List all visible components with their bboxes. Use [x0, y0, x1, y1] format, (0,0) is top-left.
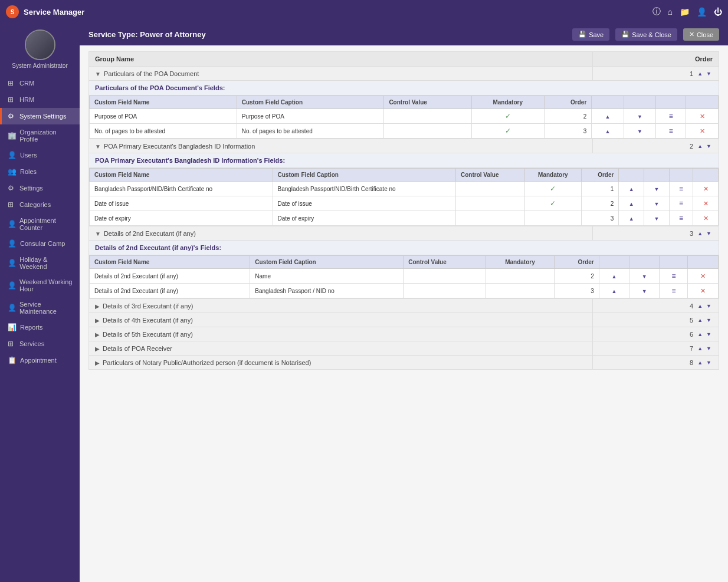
field-up-button[interactable] [628, 185, 635, 193]
edit-cell[interactable] [656, 109, 686, 124]
field-up-button[interactable] [610, 272, 618, 280]
field-down-button[interactable] [653, 215, 661, 222]
sidebar-item-roles[interactable]: 👥 Roles [0, 163, 80, 180]
expand-toggle[interactable]: ▶ [95, 360, 100, 366]
move-down-button[interactable] [705, 316, 713, 324]
edit-cell[interactable] [656, 124, 686, 139]
home-icon[interactable]: ⌂ [668, 7, 673, 17]
up-cell[interactable] [592, 109, 624, 124]
save-button[interactable]: 💾 Save [572, 28, 609, 41]
sidebar-item-reports[interactable]: 📊 Reports [0, 319, 80, 336]
field-down-button[interactable] [636, 113, 644, 120]
move-up-button[interactable] [696, 302, 704, 310]
field-up-button[interactable] [628, 215, 635, 222]
sidebar-item-users[interactable]: 👤 Users [0, 147, 80, 163]
field-edit-button[interactable] [670, 271, 677, 281]
down-cell[interactable] [629, 284, 660, 298]
info-icon[interactable]: ⓘ [652, 6, 661, 17]
edit-cell[interactable] [669, 196, 693, 211]
move-down-button[interactable] [705, 229, 713, 237]
move-down-button[interactable] [705, 344, 713, 352]
field-up-button[interactable] [604, 113, 612, 120]
power-icon[interactable]: ⏻ [714, 7, 722, 17]
sidebar-item-holiday-weekend[interactable]: 👤 Holiday & Weekend [0, 252, 80, 274]
sidebar-item-weekend-working-hour[interactable]: 👤 Weekend Working Hour [0, 274, 80, 297]
del-cell[interactable] [693, 182, 719, 196]
sidebar-item-services[interactable]: ⊞ Services [0, 336, 80, 352]
up-cell[interactable] [592, 124, 624, 139]
sidebar-item-hrm[interactable]: ⊞ HRM [0, 91, 80, 108]
move-up-button[interactable] [696, 359, 704, 366]
field-delete-button[interactable] [699, 127, 706, 136]
sidebar-item-crm[interactable]: ⊞ CRM [0, 75, 80, 91]
del-cell[interactable] [688, 269, 719, 284]
move-up-button[interactable] [696, 142, 704, 150]
expand-toggle[interactable]: ▶ [95, 303, 100, 310]
del-cell[interactable] [686, 124, 719, 139]
field-edit-button[interactable] [678, 184, 684, 193]
up-cell[interactable] [599, 269, 629, 284]
expand-toggle[interactable]: ▼ [95, 71, 101, 77]
sidebar-item-system-settings[interactable]: ⚙ System Settings [0, 108, 80, 124]
up-cell[interactable] [599, 284, 629, 298]
expand-toggle[interactable]: ▶ [95, 331, 100, 338]
field-down-button[interactable] [636, 127, 644, 135]
field-edit-button[interactable] [678, 213, 684, 223]
up-cell[interactable] [619, 196, 644, 211]
sidebar-item-service-maintenance[interactable]: 👤 Service Maintenance [0, 297, 80, 319]
move-up-button[interactable] [696, 316, 704, 324]
del-cell[interactable] [693, 196, 719, 211]
down-cell[interactable] [644, 211, 670, 226]
edit-cell[interactable] [669, 182, 693, 196]
down-cell[interactable] [629, 269, 660, 284]
field-edit-button[interactable] [670, 286, 677, 295]
sidebar-item-organization-profile[interactable]: 🏢 Organization Profile [0, 124, 80, 147]
field-up-button[interactable] [604, 127, 612, 135]
down-cell[interactable] [644, 182, 670, 196]
sidebar-item-categories[interactable]: ⊞ Categories [0, 196, 80, 213]
move-down-button[interactable] [705, 70, 713, 77]
down-cell[interactable] [644, 196, 670, 211]
sidebar-item-appointment-counter[interactable]: 👤 Appointment Counter [0, 213, 80, 235]
expand-toggle[interactable]: ▶ [95, 346, 100, 352]
field-up-button[interactable] [610, 287, 618, 295]
field-down-button[interactable] [653, 200, 661, 208]
up-cell[interactable] [619, 211, 644, 226]
save-close-button[interactable]: 💾 Save & Close [615, 28, 677, 41]
move-up-button[interactable] [696, 70, 704, 77]
edit-cell[interactable] [660, 284, 688, 298]
del-cell[interactable] [686, 109, 719, 124]
field-down-button[interactable] [641, 272, 648, 280]
del-cell[interactable] [688, 284, 719, 298]
field-edit-button[interactable] [668, 126, 674, 136]
down-cell[interactable] [624, 109, 655, 124]
move-up-button[interactable] [696, 330, 704, 338]
sidebar-item-appointment[interactable]: 📋 Appointment [0, 352, 80, 369]
field-edit-button[interactable] [668, 111, 674, 121]
move-down-button[interactable] [705, 359, 713, 366]
sidebar-item-consular-camp[interactable]: 👤 Consular Camp [0, 235, 80, 252]
expand-toggle[interactable]: ▶ [95, 317, 100, 324]
field-down-button[interactable] [653, 185, 661, 193]
close-button[interactable]: ✕ Close [683, 28, 719, 41]
field-delete-button[interactable] [702, 185, 710, 193]
move-down-button[interactable] [705, 142, 713, 150]
field-down-button[interactable] [641, 287, 648, 295]
user-icon[interactable]: 👤 [697, 7, 707, 17]
edit-cell[interactable] [669, 211, 693, 226]
field-delete-button[interactable] [702, 214, 710, 223]
folder-icon[interactable]: 📁 [680, 7, 690, 17]
field-edit-button[interactable] [678, 199, 684, 208]
up-cell[interactable] [619, 182, 644, 196]
expand-toggle[interactable]: ▼ [95, 143, 101, 150]
field-delete-button[interactable] [699, 287, 707, 295]
field-delete-button[interactable] [699, 112, 706, 121]
field-up-button[interactable] [628, 200, 635, 208]
move-down-button[interactable] [705, 330, 713, 338]
del-cell[interactable] [693, 211, 719, 226]
down-cell[interactable] [624, 124, 655, 139]
field-delete-button[interactable] [702, 199, 710, 208]
field-delete-button[interactable] [699, 272, 707, 281]
edit-cell[interactable] [660, 269, 688, 284]
move-up-button[interactable] [696, 344, 704, 352]
